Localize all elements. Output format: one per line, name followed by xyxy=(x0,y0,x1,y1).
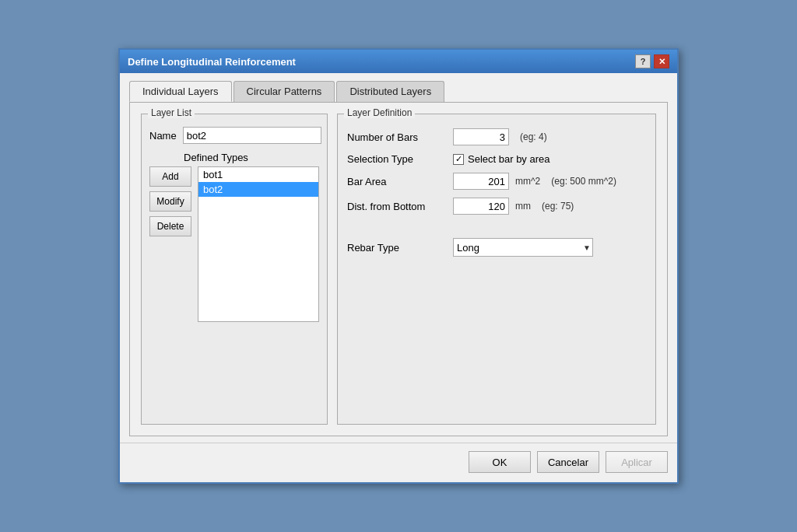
dialog-title: Define Longitudinal Reinforcement xyxy=(128,56,296,68)
dist-from-bottom-label: Dist. from Bottom xyxy=(347,201,448,212)
select-by-area-checkbox-area: ✓ Select bar by area xyxy=(453,153,550,165)
select-by-area-label: Select bar by area xyxy=(468,153,550,165)
layer-list-panel: Layer List Name Defined Types Add Modify… xyxy=(141,114,328,425)
layer-list-group: Layer List Name Defined Types Add Modify… xyxy=(141,114,328,425)
bar-area-label: Bar Area xyxy=(347,176,448,187)
tab-content: Layer List Name Defined Types Add Modify… xyxy=(129,102,668,436)
modify-button[interactable]: Modify xyxy=(149,191,191,212)
rebar-type-row: Rebar Type Long Trans Spiral ▼ xyxy=(347,238,646,257)
title-bar-buttons: ? ✕ xyxy=(635,54,669,68)
dialog-footer: OK Cancelar Aplicar xyxy=(120,443,677,482)
bar-area-unit: mm^2 xyxy=(515,176,540,187)
close-button[interactable]: ✕ xyxy=(654,54,669,68)
bar-area-example: (eg: 500 mm^2) xyxy=(551,176,616,187)
list-item-bot2[interactable]: bot2 xyxy=(198,182,318,197)
bar-area-input[interactable] xyxy=(453,173,509,190)
rebar-type-select-wrapper: Long Trans Spiral ▼ xyxy=(453,238,593,257)
list-item-bot1[interactable]: bot1 xyxy=(198,167,318,182)
cancel-button[interactable]: Cancelar xyxy=(537,451,599,473)
layer-definition-panel: Layer Definition Number of Bars (eg: 4) … xyxy=(337,114,656,425)
defined-types-list[interactable]: bot1 bot2 xyxy=(198,166,319,322)
tab-bar: Individual Layers Circular Patterns Dist… xyxy=(129,81,668,102)
dist-from-bottom-example: (eg: 75) xyxy=(542,201,574,212)
rebar-type-label: Rebar Type xyxy=(347,242,448,254)
list-and-buttons: Add Modify Delete bot1 bot2 xyxy=(149,166,319,322)
name-input[interactable] xyxy=(183,127,321,144)
add-button[interactable]: Add xyxy=(149,166,191,187)
action-buttons: Add Modify Delete xyxy=(149,166,191,322)
selection-type-label: Selection Type xyxy=(347,153,448,165)
name-row: Name xyxy=(149,127,319,144)
tab-individual-layers[interactable]: Individual Layers xyxy=(129,81,232,102)
rebar-type-select[interactable]: Long Trans Spiral xyxy=(453,238,593,257)
delete-button[interactable]: Delete xyxy=(149,216,191,236)
bar-area-row: Bar Area mm^2 (eg: 500 mm^2) xyxy=(347,173,646,190)
tab-distributed-layers[interactable]: Distributed Layers xyxy=(336,81,444,102)
layer-list-title: Layer List xyxy=(148,107,195,118)
number-of-bars-label: Number of Bars xyxy=(347,131,448,143)
dist-from-bottom-input[interactable] xyxy=(453,198,509,215)
number-of-bars-example: (eg: 4) xyxy=(520,131,547,142)
selection-type-row: Selection Type ✓ Select bar by area xyxy=(347,153,646,165)
main-dialog: Define Longitudinal Reinforcement ? ✕ In… xyxy=(118,48,679,484)
tab-circular-patterns[interactable]: Circular Patterns xyxy=(233,81,335,102)
apply-button[interactable]: Aplicar xyxy=(606,451,668,473)
select-by-area-checkbox[interactable]: ✓ xyxy=(453,154,464,165)
number-of-bars-row: Number of Bars (eg: 4) xyxy=(347,128,646,145)
ok-button[interactable]: OK xyxy=(469,451,531,473)
dialog-body: Individual Layers Circular Patterns Dist… xyxy=(120,73,677,443)
title-bar: Define Longitudinal Reinforcement ? ✕ xyxy=(120,50,677,73)
dist-from-bottom-row: Dist. from Bottom mm (eg: 75) xyxy=(347,198,646,215)
defined-types-label: Defined Types xyxy=(184,152,319,163)
layer-definition-title: Layer Definition xyxy=(344,107,415,118)
name-label: Name xyxy=(149,130,177,142)
number-of-bars-input[interactable] xyxy=(453,128,509,145)
layer-definition-group: Layer Definition Number of Bars (eg: 4) … xyxy=(337,114,656,425)
help-button[interactable]: ? xyxy=(635,54,651,68)
dist-from-bottom-unit: mm xyxy=(515,201,531,212)
